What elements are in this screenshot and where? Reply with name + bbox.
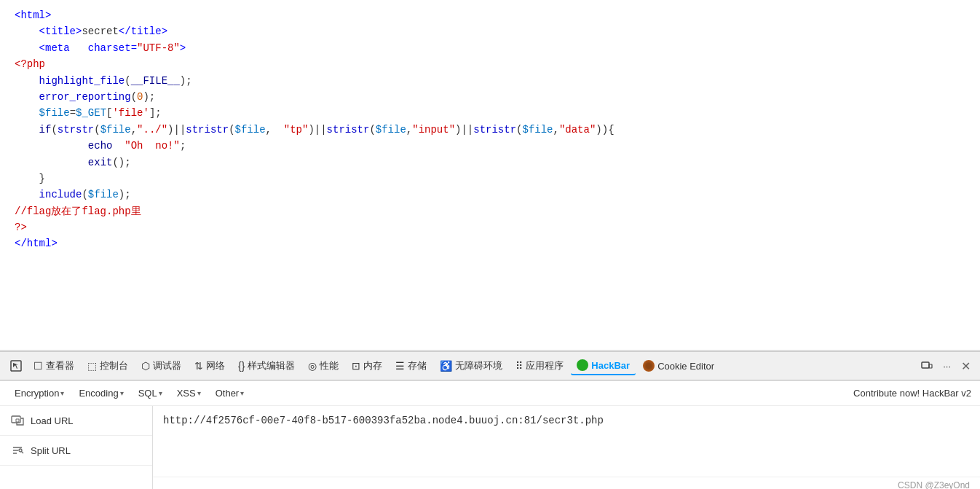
- code-line: }: [15, 171, 965, 187]
- tab-memory-label: 内存: [363, 359, 382, 372]
- code-line: include($file);: [15, 187, 965, 203]
- more-tools-label: ···: [943, 361, 951, 372]
- code-line: //flag放在了flag.php里: [15, 203, 965, 219]
- code-line: exit();: [15, 154, 965, 171]
- encoding-chevron-icon: ▾: [120, 389, 124, 397]
- code-line: highlight_file(__FILE__);: [15, 73, 965, 89]
- tab-storage-label: 存储: [408, 359, 427, 372]
- footer-text: CSDN @Z3eyOnd: [898, 480, 970, 489]
- tab-apps[interactable]: ⠿ 应用程序: [510, 356, 569, 375]
- more-tools-button[interactable]: ···: [938, 358, 955, 375]
- split-url-button[interactable]: Split URL: [0, 436, 152, 466]
- debugger-icon: ⬡: [141, 360, 150, 372]
- devtools-pick-icon[interactable]: [6, 356, 26, 376]
- tab-debugger-label: 调试器: [153, 359, 181, 372]
- url-input[interactable]: [153, 406, 980, 477]
- xss-chevron-icon: ▾: [197, 389, 201, 397]
- load-url-label: Load URL: [31, 415, 74, 426]
- other-label: Other: [216, 388, 240, 399]
- split-url-icon: [10, 443, 25, 458]
- tab-performance[interactable]: ◎ 性能: [302, 356, 344, 375]
- console-icon: ⬚: [87, 360, 97, 372]
- code-line: if(strstr($file,"../")||stristr($file, "…: [15, 122, 965, 138]
- hackbar-dot-icon: [577, 359, 588, 371]
- contribute-link[interactable]: Contribute now! HackBar v2: [853, 388, 971, 399]
- close-devtools-button[interactable]: ✕: [957, 357, 974, 375]
- hackbar-panel: Encryption ▾ Encoding ▾ SQL ▾ XSS ▾ Othe…: [0, 380, 980, 489]
- code-line: </html>: [15, 235, 965, 251]
- code-line: $file=$_GET['file'];: [15, 105, 965, 121]
- tab-console[interactable]: ⬚ 控制台: [82, 356, 134, 375]
- code-line: ?>: [15, 219, 965, 235]
- svg-rect-1: [922, 362, 929, 368]
- code-line: echo "Oh no!";: [15, 138, 965, 154]
- storage-icon: ☰: [395, 360, 405, 372]
- svg-rect-2: [929, 364, 932, 368]
- load-url-icon: [10, 413, 25, 428]
- code-line: <meta charset="UTF-8">: [15, 40, 965, 56]
- tab-console-label: 控制台: [100, 359, 128, 372]
- svg-line-5: [21, 451, 23, 453]
- tab-style-label: 样式编辑器: [248, 359, 295, 372]
- xss-label: XSS: [177, 388, 196, 399]
- hackbar-menu-sql[interactable]: SQL ▾: [133, 386, 168, 401]
- hackbar-menu-xss[interactable]: XSS ▾: [171, 386, 207, 401]
- inspector-icon: ☐: [33, 360, 43, 372]
- other-chevron-icon: ▾: [240, 389, 244, 397]
- tab-cookie-label: Cookie Editor: [657, 361, 714, 372]
- tab-network-label: 网络: [206, 359, 225, 372]
- tab-style[interactable]: {} 样式编辑器: [232, 356, 301, 375]
- tab-apps-label: 应用程序: [526, 359, 564, 372]
- tab-network[interactable]: ⇅ 网络: [189, 356, 231, 375]
- code-display: <html> <title>secret</title> <meta chars…: [0, 0, 980, 350]
- tab-memory[interactable]: ⊡ 内存: [346, 356, 388, 375]
- responsive-design-icon[interactable]: [917, 356, 937, 376]
- memory-icon: ⊡: [352, 360, 360, 372]
- tab-cookie-editor[interactable]: Cookie Editor: [637, 357, 720, 375]
- tab-inspector-label: 查看器: [46, 359, 74, 372]
- tab-a11y[interactable]: ♿ 无障碍环境: [434, 356, 508, 375]
- hackbar-menu-other[interactable]: Other ▾: [210, 386, 250, 401]
- encryption-chevron-icon: ▾: [60, 389, 64, 397]
- tab-hackbar[interactable]: HackBar: [571, 356, 636, 375]
- code-line: error_reporting(0);: [15, 89, 965, 105]
- apps-icon: ⠿: [515, 360, 523, 372]
- sql-label: SQL: [138, 388, 157, 399]
- tab-a11y-label: 无障碍环境: [455, 359, 502, 372]
- code-line: <html>: [15, 7, 965, 23]
- a11y-icon: ♿: [440, 360, 452, 372]
- code-line: <title>secret</title>: [15, 23, 965, 39]
- load-url-button[interactable]: Load URL: [0, 406, 152, 436]
- sql-chevron-icon: ▾: [159, 389, 162, 397]
- tab-performance-label: 性能: [320, 359, 339, 372]
- code-line: <?php: [15, 56, 965, 72]
- devtools-toolbar: ☐ 查看器 ⬚ 控制台 ⬡ 调试器 ⇅ 网络 {} 样式编辑器 ◎ 性能 ⊡ 内…: [0, 351, 980, 380]
- hackbar-url-area: CSDN @Z3eyOnd: [153, 406, 980, 489]
- tab-hackbar-label: HackBar: [591, 360, 630, 371]
- hackbar-actions-panel: Load URL Split URL: [0, 406, 153, 489]
- tab-inspector[interactable]: ☐ 查看器: [28, 356, 80, 375]
- encoding-label: Encoding: [79, 388, 118, 399]
- contribute-label: Contribute now!: [853, 388, 920, 399]
- hackbar-content-area: Load URL Split URL CSDN @Z3e: [0, 406, 980, 489]
- performance-icon: ◎: [308, 360, 317, 372]
- version-label: HackBar v2: [922, 388, 971, 399]
- close-icon: ✕: [961, 359, 971, 373]
- style-icon: {}: [238, 360, 245, 372]
- hackbar-menu-encoding[interactable]: Encoding ▾: [73, 386, 129, 401]
- hackbar-menu-bar: Encryption ▾ Encoding ▾ SQL ▾ XSS ▾ Othe…: [0, 381, 980, 406]
- encryption-label: Encryption: [15, 388, 59, 399]
- cookie-icon: [643, 360, 655, 372]
- tab-debugger[interactable]: ⬡ 调试器: [135, 356, 187, 375]
- split-url-label: Split URL: [31, 445, 71, 456]
- hackbar-menu-encryption[interactable]: Encryption ▾: [9, 386, 70, 401]
- tab-storage[interactable]: ☰ 存储: [390, 356, 432, 375]
- network-icon: ⇅: [194, 360, 203, 372]
- hackbar-footer: CSDN @Z3eyOnd: [153, 477, 980, 489]
